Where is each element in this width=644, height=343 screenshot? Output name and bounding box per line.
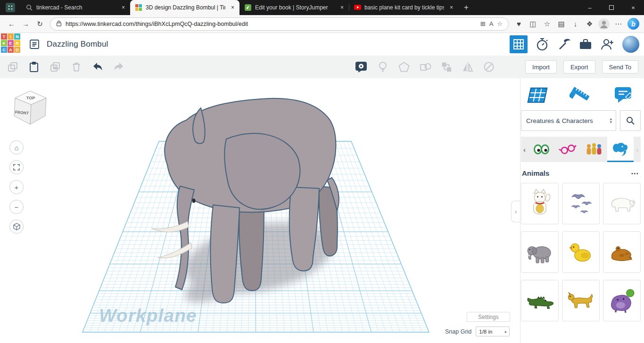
shape-card-bats[interactable] [562, 183, 600, 224]
shape-card-crocodile[interactable] [521, 280, 559, 321]
ruler-tool-icon[interactable] [570, 85, 592, 105]
svg-text:C: C [2, 47, 6, 52]
browser-tab-search[interactable]: tinkercad - Search × [21, 0, 130, 15]
design-menu-icon[interactable] [29, 39, 40, 50]
briefcase-icon[interactable] [579, 38, 592, 50]
maximize-button[interactable] [601, 0, 622, 15]
read-aloud-icon[interactable]: A [489, 20, 494, 27]
forward-button[interactable]: → [19, 17, 33, 31]
panel-collapse-button[interactable]: › [511, 201, 520, 222]
back-button[interactable]: ← [5, 17, 18, 31]
home-icon: ⌂ [14, 144, 18, 152]
redo-icon[interactable] [113, 61, 125, 73]
tab-close-icon[interactable]: × [447, 4, 455, 12]
tab-close-icon[interactable]: × [229, 4, 237, 12]
workspace-grid-button[interactable] [510, 35, 528, 53]
apps-grid-icon[interactable]: ⊞ [480, 20, 486, 27]
shape-card-polar-bear[interactable] [603, 183, 641, 224]
export-button[interactable]: Export [563, 60, 595, 74]
shape-card-cheetah[interactable] [562, 280, 600, 321]
workspace-icon[interactable] [0, 0, 21, 15]
copilot-icon[interactable]: b [627, 18, 639, 30]
elephant-head-icon [612, 141, 629, 156]
tab-title: 3D design Dazzling Bombul | Tink [146, 4, 225, 11]
shape-card-frog[interactable] [603, 231, 641, 273]
zoom-out-button[interactable]: − [9, 200, 24, 214]
youtube-favicon [354, 5, 361, 10]
browser-profile-avatar[interactable] [598, 18, 610, 30]
group-icon[interactable] [440, 61, 453, 73]
shape-card-duck[interactable] [562, 231, 600, 273]
grid-settings-button[interactable]: Settings [467, 312, 510, 322]
carousel-right-arrow[interactable]: › [634, 137, 641, 162]
settings-more-icon[interactable]: ⋯ [611, 17, 625, 31]
browser-tab-storyjumper[interactable]: Edit your book | StoryJumper × [239, 0, 349, 15]
delete-icon[interactable] [70, 61, 83, 73]
viewcube[interactable]: TOP FRONT [10, 85, 52, 128]
category-figures[interactable] [581, 137, 607, 162]
user-avatar[interactable] [622, 36, 639, 53]
notes-tool-icon[interactable] [613, 85, 634, 105]
browser-tab-tinkercad[interactable]: 3D design Dazzling Bombul | Tink × [130, 0, 239, 15]
shape-card-purple-creature[interactable] [603, 280, 641, 321]
extensions-icon[interactable]: ❖ [583, 17, 596, 31]
elephant-model[interactable] [132, 87, 349, 311]
import-button[interactable]: Import [525, 60, 557, 74]
shape-grid [521, 183, 641, 321]
add-user-icon[interactable] [600, 38, 614, 51]
notes-visibility-icon[interactable] [355, 61, 368, 73]
split-screen-icon[interactable]: ◫ [526, 17, 540, 31]
section-menu-icon[interactable]: ••• [631, 171, 639, 176]
snap-grid-dropdown[interactable]: 1/8 in ▴ [476, 327, 510, 336]
svg-text:T: T [3, 34, 6, 39]
shape-card-lucky-cat[interactable] [521, 183, 559, 224]
favorite-star-icon[interactable]: ☆ [497, 20, 503, 27]
minimize-button[interactable]: – [579, 0, 601, 15]
stopwatch-icon[interactable] [536, 37, 549, 51]
lock-toggle-icon[interactable] [483, 61, 495, 73]
copy-icon[interactable] [7, 61, 19, 73]
paste-icon[interactable] [28, 61, 40, 73]
tab-close-icon[interactable]: × [119, 4, 127, 12]
browser-tab-youtube[interactable]: basic plane kit card by tickle tips × [349, 0, 458, 15]
home-view-button[interactable]: ⌂ [9, 140, 24, 155]
browser-essentials-icon[interactable]: ♥ [512, 17, 526, 31]
zoom-in-button[interactable]: + [9, 180, 24, 194]
address-bar[interactable]: https://www.tinkercad.com/things/iBhXcLp… [50, 17, 509, 31]
undo-icon[interactable] [91, 61, 104, 73]
category-dropdown[interactable]: Creatures & Characters ▴▾ [521, 110, 616, 131]
fit-view-button[interactable] [9, 160, 24, 174]
favorites-icon[interactable]: ☆ [540, 17, 554, 31]
send-to-button[interactable]: Send To [602, 60, 638, 74]
ruler-tool-gray-icon[interactable] [419, 61, 431, 73]
shape-search-button[interactable] [620, 110, 641, 131]
tab-close-icon[interactable]: × [338, 4, 346, 12]
carousel-left-arrow[interactable]: ‹ [521, 137, 528, 162]
category-animals[interactable] [607, 137, 634, 162]
perspective-toggle-button[interactable] [9, 220, 24, 234]
lightbulb-icon[interactable] [377, 61, 389, 73]
shape-card-elephant[interactable] [521, 231, 559, 273]
category-dropdown-value: Creatures & Characters [526, 117, 593, 124]
align-mirror-icon[interactable] [462, 61, 474, 73]
category-eyes[interactable] [528, 137, 554, 162]
downloads-icon[interactable]: ↓ [569, 17, 582, 31]
workplane-tool-icon[interactable] [526, 85, 548, 105]
snap-grid-label: Snap Grid [445, 328, 471, 335]
new-tab-button[interactable]: + [458, 0, 474, 15]
refresh-button[interactable]: ↻ [33, 17, 47, 31]
tinkercad-logo[interactable]: TIN KER CAD [1, 33, 21, 56]
close-button[interactable]: × [622, 0, 644, 15]
tinker-pickaxe-icon[interactable] [557, 37, 571, 51]
viewport-3d[interactable]: Workplane [0, 78, 520, 343]
workplane-tool-gray-icon[interactable] [398, 61, 410, 73]
site-info-lock-icon[interactable] [56, 20, 62, 28]
design-title[interactable]: Dazzling Bombul [47, 40, 108, 49]
collections-icon[interactable]: ▤ [554, 17, 568, 31]
svg-text:N: N [16, 34, 19, 39]
url-text[interactable]: https://www.tinkercad.com/things/iBhXcLp… [66, 21, 477, 27]
category-glasses[interactable] [554, 137, 581, 162]
section-title: Animals [522, 169, 549, 177]
duplicate-icon[interactable] [49, 61, 61, 73]
zoom-out-icon: − [15, 203, 19, 211]
